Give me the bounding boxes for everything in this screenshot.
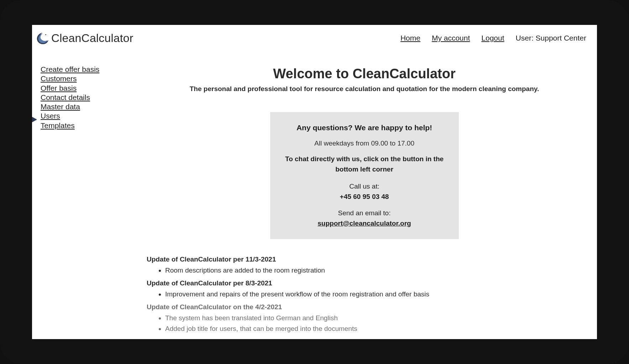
sidebar-item-create-offer-basis[interactable]: Create offer basis: [41, 65, 99, 74]
update-item: Room descriptions are added to the room …: [165, 265, 583, 275]
help-box: Any questions? We are happy to help! All…: [270, 112, 459, 239]
help-email-label: Send an email to:: [280, 208, 449, 218]
page-title: Welcome to CleanCalculator: [146, 66, 583, 81]
update-title: Update of CleanCalculator per 11/3-2021: [147, 254, 583, 264]
sidebar: Create offer basis Customers Offer basis…: [32, 65, 121, 336]
help-hours: All weekdays from 09.00 to 17.00: [280, 138, 449, 149]
sidebar-item-templates[interactable]: Templates: [41, 121, 75, 130]
help-heading: Any questions? We are happy to help!: [280, 122, 449, 133]
user-label: User: Support Center: [516, 34, 586, 42]
sidebar-item-offer-basis[interactable]: Offer basis: [41, 84, 77, 93]
help-phone: +45 60 95 03 48: [280, 192, 449, 202]
pointer-arrow-icon: [32, 115, 38, 127]
brand-name: CleanCalculator: [51, 32, 133, 45]
updates-list: Update of CleanCalculator per 11/3-2021 …: [146, 254, 583, 334]
nav-home[interactable]: Home: [400, 34, 420, 42]
update-item: Added job title for users, that can be m…: [165, 323, 583, 334]
topbar: CleanCalculator Home My account Logout U…: [32, 25, 597, 45]
nav-logout[interactable]: Logout: [481, 34, 504, 42]
update-item: The system has been translated into Germ…: [165, 313, 583, 323]
main-content: Welcome to CleanCalculator The personal …: [121, 65, 597, 336]
brand: CleanCalculator: [36, 31, 133, 45]
sidebar-item-customers[interactable]: Customers: [41, 74, 77, 83]
nav-my-account[interactable]: My account: [432, 34, 470, 42]
svg-point-0: [45, 34, 46, 35]
update-item: Improvement and repairs of the present w…: [165, 289, 583, 299]
top-nav: Home My account Logout User: Support Cen…: [400, 34, 586, 42]
sidebar-item-users[interactable]: Users: [41, 111, 60, 121]
update-title: Update of CleanCalculator on the 4/2-202…: [147, 302, 583, 312]
brand-logo-icon: [36, 31, 49, 45]
help-call-label: Call us at:: [280, 181, 449, 192]
sidebar-item-contact-details[interactable]: Contact details: [41, 93, 90, 102]
help-chat-instruction: To chat directly with us, click on the b…: [280, 154, 449, 174]
update-title: Update of CleanCalculator per 8/3-2021: [147, 278, 583, 288]
sidebar-item-master-data[interactable]: Master data: [41, 102, 80, 111]
help-email-link[interactable]: support@cleancalculator.org: [318, 220, 411, 227]
page-subtitle: The personal and professional tool for r…: [146, 85, 583, 93]
